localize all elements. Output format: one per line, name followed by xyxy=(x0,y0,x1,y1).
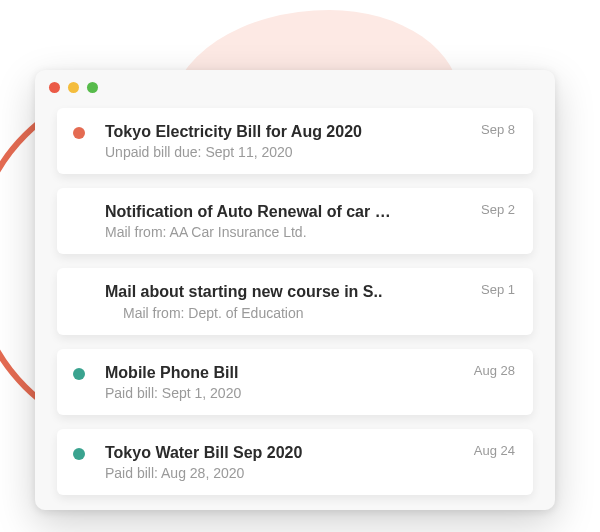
zoom-icon[interactable] xyxy=(87,82,98,93)
close-icon[interactable] xyxy=(49,82,60,93)
list-item-body: Notification of Auto Renewal of car … Ma… xyxy=(105,202,471,240)
list-item-date: Sep 8 xyxy=(481,122,515,137)
list-item-subtitle: Unpaid bill due: Sept 11, 2020 xyxy=(105,144,471,160)
list-item-body: Tokyo Water Bill Sep 2020 Paid bill: Aug… xyxy=(105,443,464,481)
mail-list: Tokyo Electricity Bill for Aug 2020 Unpa… xyxy=(35,104,555,495)
list-item-date: Sep 2 xyxy=(481,202,515,217)
list-item-title: Tokyo Electricity Bill for Aug 2020 xyxy=(105,122,471,141)
list-item-title: Notification of Auto Renewal of car … xyxy=(105,202,471,221)
list-item[interactable]: Tokyo Electricity Bill for Aug 2020 Unpa… xyxy=(57,108,533,174)
list-item-subtitle: Mail from: Dept. of Education xyxy=(105,305,471,321)
status-dot-unpaid-icon xyxy=(73,127,85,139)
list-item-subtitle: Mail from: AA Car Insurance Ltd. xyxy=(105,224,471,240)
status-dot-paid-icon xyxy=(73,368,85,380)
status-dot-paid-icon xyxy=(73,448,85,460)
list-item-title: Mail about starting new course in S.. xyxy=(105,282,471,301)
status-dot-none-icon xyxy=(73,287,85,299)
list-item-date: Sep 1 xyxy=(481,282,515,297)
stage: Tokyo Electricity Bill for Aug 2020 Unpa… xyxy=(0,0,600,532)
window-titlebar xyxy=(35,70,555,104)
list-item-body: Tokyo Electricity Bill for Aug 2020 Unpa… xyxy=(105,122,471,160)
list-item-title: Mobile Phone Bill xyxy=(105,363,464,382)
list-item[interactable]: Tokyo Water Bill Sep 2020 Paid bill: Aug… xyxy=(57,429,533,495)
list-item-subtitle: Paid bill: Aug 28, 2020 xyxy=(105,465,464,481)
minimize-icon[interactable] xyxy=(68,82,79,93)
list-item[interactable]: Notification of Auto Renewal of car … Ma… xyxy=(57,188,533,254)
list-item-subtitle: Paid bill: Sept 1, 2020 xyxy=(105,385,464,401)
list-item-date: Aug 28 xyxy=(474,363,515,378)
app-window: Tokyo Electricity Bill for Aug 2020 Unpa… xyxy=(35,70,555,510)
list-item-body: Mail about starting new course in S.. Ma… xyxy=(105,282,471,320)
list-item[interactable]: Mobile Phone Bill Paid bill: Sept 1, 202… xyxy=(57,349,533,415)
list-item-title: Tokyo Water Bill Sep 2020 xyxy=(105,443,464,462)
list-item[interactable]: Mail about starting new course in S.. Ma… xyxy=(57,268,533,334)
list-item-body: Mobile Phone Bill Paid bill: Sept 1, 202… xyxy=(105,363,464,401)
status-dot-none-icon xyxy=(73,207,85,219)
list-item-date: Aug 24 xyxy=(474,443,515,458)
